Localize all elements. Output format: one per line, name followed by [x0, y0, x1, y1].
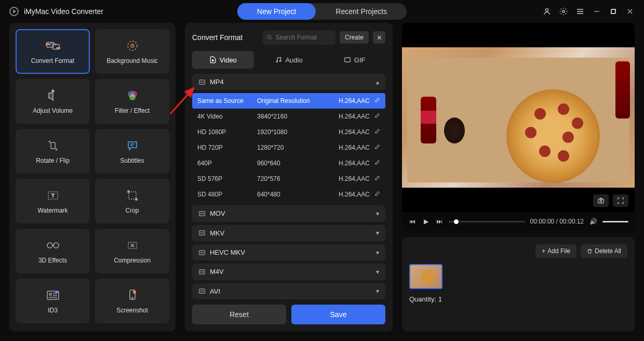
- container-mkv[interactable]: MKV▾: [192, 225, 385, 241]
- svg-rect-6: [46, 43, 49, 45]
- next-button[interactable]: ⏭: [435, 218, 444, 225]
- container-hevc-mkv[interactable]: HEVC MKV▾: [192, 244, 385, 260]
- volume-icon[interactable]: 🔊: [589, 218, 597, 225]
- tool-crop[interactable]: Crop: [95, 179, 169, 224]
- tool-label: Adjust Volume: [33, 107, 73, 114]
- preset-resolution: 960*640: [257, 160, 325, 167]
- preset-row[interactable]: SD 480P640*480H.264,AAC: [192, 187, 385, 202]
- tab-new-project[interactable]: New Project: [237, 3, 316, 20]
- svg-point-47: [201, 252, 202, 253]
- svg-point-25: [49, 293, 51, 295]
- container-mp4[interactable]: MP4▴: [192, 74, 385, 90]
- create-button[interactable]: Create: [340, 31, 369, 44]
- svg-rect-19: [128, 191, 129, 192]
- preset-resolution: 640*480: [257, 191, 325, 198]
- edit-preset-icon[interactable]: [370, 160, 380, 167]
- format-icon: [198, 229, 206, 237]
- edit-preset-icon[interactable]: [370, 144, 380, 152]
- tool-adjust-volume[interactable]: Adjust Volume: [16, 79, 90, 124]
- preset-name: HD 1080P: [197, 128, 257, 136]
- prev-button[interactable]: ⏮: [408, 218, 417, 225]
- format-tab-gif[interactable]: GIF: [324, 51, 385, 69]
- preset-resolution: 720*576: [257, 175, 325, 182]
- reset-button[interactable]: Reset: [192, 305, 286, 324]
- tool-subtitles[interactable]: Subtitles: [95, 129, 169, 174]
- tool-label: Convert Format: [31, 57, 74, 64]
- app-title: iMyMac Video Converter: [24, 7, 103, 16]
- save-button[interactable]: Save: [291, 305, 385, 324]
- edit-preset-icon[interactable]: [370, 128, 380, 136]
- svg-point-39: [203, 82, 203, 82]
- file-list-panel: +Add File Delete All Quantity: 1: [402, 237, 635, 332]
- svg-text:T: T: [51, 193, 55, 198]
- preset-row[interactable]: HD 720P1280*720H.264,AAC: [192, 140, 385, 155]
- audio-file-icon: [275, 56, 282, 63]
- preset-row[interactable]: HD 1080P1920*1080H.264,AAC: [192, 124, 385, 140]
- video-preview: ⏮ ▶ ⏭ 00:00:00 / 00:00:12 🔊: [402, 23, 635, 231]
- filter-effect-icon: [125, 88, 140, 103]
- format-tab-audio[interactable]: Audio: [258, 51, 320, 69]
- preset-codec: H.264,AAC: [325, 144, 370, 151]
- container-mov[interactable]: MOV▾: [192, 205, 385, 221]
- account-icon[interactable]: [542, 7, 552, 16]
- svg-point-0: [545, 9, 548, 11]
- tool-label: Subtitles: [120, 157, 144, 164]
- preset-codec: H.264,AAC: [325, 113, 370, 120]
- tab-recent-projects[interactable]: Recent Projects: [316, 3, 407, 20]
- edit-preset-icon[interactable]: [370, 97, 380, 105]
- tool-rotate-flip[interactable]: Rotate / Flip: [16, 129, 90, 174]
- close-icon[interactable]: [625, 7, 635, 16]
- preset-row[interactable]: 640P960*640H.264,AAC: [192, 155, 385, 171]
- svg-point-34: [276, 61, 277, 62]
- tool-background-music[interactable]: Background Music: [95, 29, 169, 74]
- preset-resolution: 1920*1080: [257, 128, 325, 136]
- fullscreen-button[interactable]: [613, 194, 628, 207]
- tool-label: Screenshot: [116, 307, 148, 314]
- svg-rect-18: [129, 192, 136, 199]
- container-m4v[interactable]: M4V▾: [192, 264, 385, 280]
- tool-convert-format[interactable]: Convert Format: [16, 29, 90, 74]
- tool-id3[interactable]: ID3: [16, 279, 90, 323]
- svg-marker-33: [212, 59, 214, 61]
- tool-3d-effects[interactable]: 3D Effects: [16, 229, 90, 273]
- tool-filter-effect[interactable]: Filter / Effect: [95, 79, 169, 124]
- tool-label: Crop: [125, 207, 139, 214]
- preset-codec: H.264,AAC: [325, 160, 370, 167]
- format-icon: [198, 249, 206, 256]
- preset-codec: H.264,AAC: [325, 128, 370, 136]
- tool-watermark[interactable]: TWatermark: [16, 179, 90, 224]
- crop-icon: [125, 188, 140, 203]
- file-thumbnail[interactable]: [409, 264, 442, 289]
- svg-point-1: [562, 10, 565, 12]
- preset-row[interactable]: Same as SourceOriginal ResolutionH.264,A…: [192, 93, 385, 109]
- svg-rect-36: [345, 58, 351, 62]
- edit-preset-icon[interactable]: [370, 175, 380, 183]
- maximize-icon[interactable]: [609, 7, 618, 16]
- edit-preset-icon[interactable]: [370, 113, 380, 121]
- svg-rect-43: [199, 231, 205, 235]
- search-format-input[interactable]: [263, 30, 336, 45]
- minimize-icon[interactable]: [592, 7, 601, 16]
- chevron-icon: ▾: [376, 287, 379, 295]
- svg-point-45: [203, 233, 203, 233]
- add-file-button[interactable]: +Add File: [535, 244, 576, 258]
- search-icon: [267, 34, 272, 41]
- progress-bar[interactable]: [449, 221, 525, 222]
- edit-preset-icon[interactable]: [370, 191, 380, 199]
- container-avi[interactable]: AVI▾: [192, 283, 385, 299]
- play-button[interactable]: ▶: [422, 218, 430, 225]
- volume-slider[interactable]: [602, 221, 628, 222]
- format-tab-video[interactable]: Video: [192, 51, 254, 69]
- close-panel-button[interactable]: [373, 31, 385, 44]
- tool-screenshot[interactable]: Screenshot: [95, 279, 169, 323]
- gear-icon[interactable]: [559, 7, 568, 16]
- chevron-icon: ▾: [376, 268, 379, 276]
- tool-compression[interactable]: Compression: [95, 229, 169, 273]
- preset-row[interactable]: SD 576P720*576H.264,AAC: [192, 171, 385, 187]
- snapshot-button[interactable]: [593, 194, 609, 207]
- preset-resolution: Original Resolution: [257, 97, 325, 104]
- chevron-icon: ▾: [376, 249, 379, 256]
- delete-all-button[interactable]: Delete All: [581, 244, 627, 258]
- preset-row[interactable]: 4K Video3840*2160H.264,AAC: [192, 109, 385, 124]
- menu-icon[interactable]: [575, 7, 585, 16]
